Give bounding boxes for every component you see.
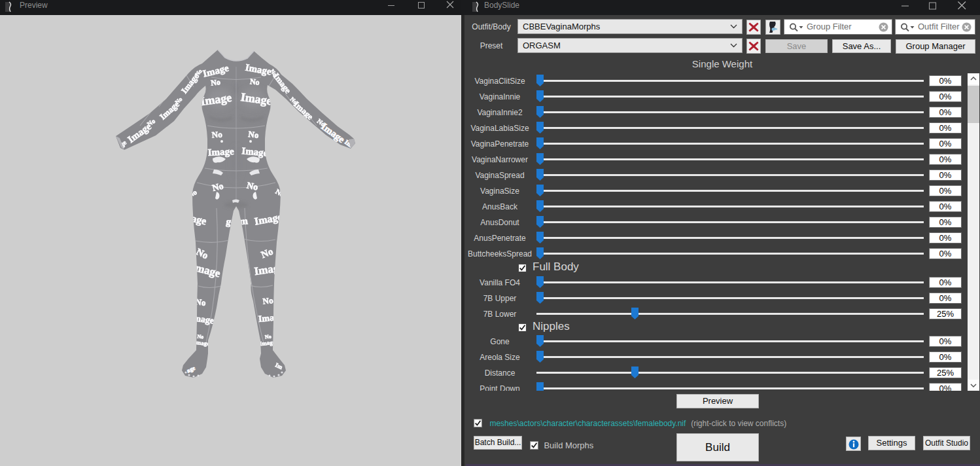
svg-text:ge: ge [226, 216, 237, 228]
svg-text:No: No [249, 77, 260, 86]
svg-text:No: No [248, 129, 260, 140]
svg-text:No: No [211, 77, 221, 87]
svg-text:No: No [195, 296, 207, 308]
svg-text:No: No [211, 129, 222, 139]
svg-text:Image: Image [259, 339, 275, 347]
svg-text:age: age [190, 213, 207, 227]
svg-text:Image: Image [207, 146, 234, 158]
svg-text:Im: Im [236, 215, 249, 227]
svg-text:Image: Image [194, 339, 210, 347]
svg-text:Image: Image [258, 312, 283, 324]
svg-text:No: No [262, 295, 273, 306]
